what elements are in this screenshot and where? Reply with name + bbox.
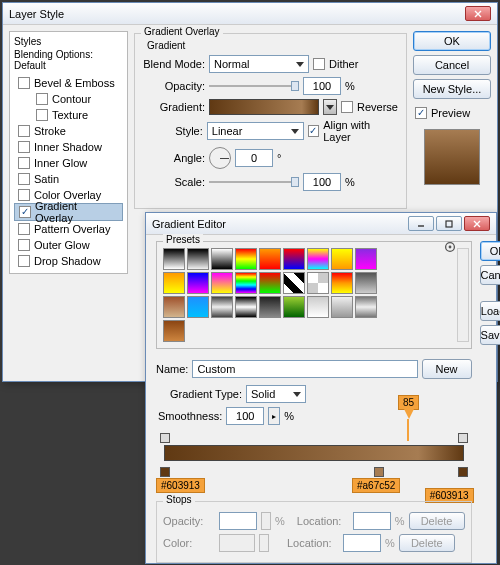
align-checkbox[interactable] (308, 125, 320, 137)
style-item-label: Inner Glow (34, 157, 87, 169)
style-checkbox[interactable] (18, 77, 30, 89)
style-checkbox[interactable] (18, 189, 30, 201)
window-titlebar[interactable]: Layer Style (3, 3, 497, 25)
preset-swatch[interactable] (259, 248, 281, 270)
preset-swatch[interactable] (307, 272, 329, 294)
color-stop[interactable] (160, 467, 170, 477)
preset-swatch[interactable] (259, 272, 281, 294)
style-checkbox[interactable] (19, 206, 31, 218)
window-titlebar[interactable]: Gradient Editor (146, 213, 496, 235)
name-input[interactable]: Custom (192, 360, 417, 378)
opacity-input[interactable]: 100 (303, 77, 341, 95)
gradient-swatch[interactable] (209, 99, 319, 115)
style-checkbox[interactable] (18, 239, 30, 251)
preset-swatch[interactable] (355, 248, 377, 270)
align-label: Align with Layer (323, 119, 398, 143)
chevron-down-icon (291, 129, 299, 134)
style-item[interactable]: Drop Shadow (14, 253, 123, 269)
gradient-type-select[interactable]: Solid (246, 385, 306, 403)
window-maximize-button[interactable] (436, 216, 462, 231)
style-item[interactable]: Inner Glow (14, 155, 123, 171)
style-item-label: Outer Glow (34, 239, 90, 251)
preset-swatch[interactable] (187, 272, 209, 294)
style-item[interactable]: Contour (14, 91, 123, 107)
style-item[interactable]: Outer Glow (14, 237, 123, 253)
angle-dial[interactable] (209, 147, 231, 169)
style-item[interactable]: Inner Shadow (14, 139, 123, 155)
style-item[interactable]: Stroke (14, 123, 123, 139)
preset-swatch[interactable] (283, 272, 305, 294)
load-button[interactable]: Load... (480, 301, 500, 321)
preset-swatch[interactable] (307, 248, 329, 270)
preset-swatch[interactable] (331, 248, 353, 270)
preset-swatch[interactable] (307, 296, 329, 318)
opacity-stop[interactable] (160, 433, 170, 443)
cancel-button[interactable]: Cancel (413, 55, 491, 75)
preset-swatch[interactable] (235, 296, 257, 318)
angle-input[interactable]: 0 (235, 149, 273, 167)
preset-swatch[interactable] (331, 272, 353, 294)
color-stop[interactable] (374, 467, 384, 477)
gear-icon[interactable] (443, 240, 457, 254)
blending-options[interactable]: Blending Options: Default (14, 49, 123, 71)
blend-mode-select[interactable]: Normal (209, 55, 309, 73)
save-button[interactable]: Save... (480, 325, 500, 345)
style-checkbox[interactable] (18, 125, 30, 137)
opacity-stop[interactable] (458, 433, 468, 443)
smoothness-arrow[interactable]: ▸ (268, 407, 280, 425)
gradient-dropdown[interactable] (323, 99, 337, 115)
preset-swatch[interactable] (163, 320, 185, 342)
window-minimize-button[interactable] (408, 216, 434, 231)
style-select[interactable]: Linear (207, 122, 304, 140)
preset-swatch[interactable] (235, 248, 257, 270)
ok-button[interactable]: OK (480, 241, 500, 261)
dither-checkbox[interactable] (313, 58, 325, 70)
new-button[interactable]: New (422, 359, 472, 379)
style-checkbox[interactable] (18, 157, 30, 169)
scale-input[interactable]: 100 (303, 173, 341, 191)
style-checkbox[interactable] (18, 223, 30, 235)
scale-slider[interactable] (209, 175, 299, 189)
preset-swatch[interactable] (355, 296, 377, 318)
preset-swatch[interactable] (259, 296, 281, 318)
preset-swatch[interactable] (283, 248, 305, 270)
style-checkbox[interactable] (18, 173, 30, 185)
preset-swatch[interactable] (163, 248, 185, 270)
gradient-bar[interactable] (164, 445, 464, 461)
gradient-ramp[interactable]: #603913 #a67c52 #603913 85 (158, 431, 470, 477)
style-item[interactable]: Pattern Overlay (14, 221, 123, 237)
preset-swatch[interactable] (355, 272, 377, 294)
style-item[interactable]: Texture (14, 107, 123, 123)
style-checkbox[interactable] (36, 109, 48, 121)
preset-swatch[interactable] (331, 296, 353, 318)
color-stop[interactable] (458, 467, 468, 477)
preview-checkbox[interactable] (415, 107, 427, 119)
window-close-button[interactable] (464, 216, 490, 231)
presets-scrollbar[interactable] (457, 248, 469, 342)
preset-swatch[interactable] (163, 272, 185, 294)
ok-button[interactable]: OK (413, 31, 491, 51)
preset-swatch[interactable] (235, 272, 257, 294)
style-item[interactable]: Bevel & Emboss (14, 75, 123, 91)
style-checkbox[interactable] (36, 93, 48, 105)
annotation-arrow-icon (404, 409, 414, 419)
preset-swatch[interactable] (211, 296, 233, 318)
preset-swatch[interactable] (211, 272, 233, 294)
style-checkbox[interactable] (18, 255, 30, 267)
opacity-slider[interactable] (209, 79, 299, 93)
preset-swatch[interactable] (283, 296, 305, 318)
smoothness-input[interactable]: 100 (226, 407, 264, 425)
preset-swatch[interactable] (187, 296, 209, 318)
stops-label: Stops (163, 494, 195, 505)
preset-swatch[interactable] (211, 248, 233, 270)
preset-swatch[interactable] (163, 296, 185, 318)
reverse-checkbox[interactable] (341, 101, 353, 113)
style-item[interactable]: Gradient Overlay (14, 203, 123, 221)
style-checkbox[interactable] (18, 141, 30, 153)
preset-swatch[interactable] (187, 248, 209, 270)
gradient-overlay-group: Gradient Overlay Gradient Blend Mode: No… (134, 33, 407, 209)
window-close-button[interactable] (465, 6, 491, 21)
cancel-button[interactable]: Cancel (480, 265, 500, 285)
new-style-button[interactable]: New Style... (413, 79, 491, 99)
style-item[interactable]: Satin (14, 171, 123, 187)
